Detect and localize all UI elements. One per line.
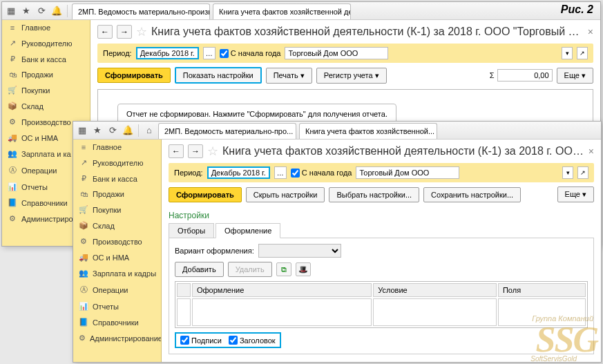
open-button[interactable]: ↗ bbox=[577, 166, 588, 179]
tab-4[interactable]: Книга учета фактов хозяйственной...× bbox=[299, 123, 437, 139]
toolbar: Сформировать Показать настройки Печать ▾… bbox=[97, 67, 593, 84]
sidebar-item[interactable]: 👥Зарплата и кадры bbox=[73, 265, 161, 281]
settings-body: Вариант оформления: Добавить Удалить ⧉ 🎩… bbox=[169, 238, 594, 354]
sidebar-item[interactable]: ⒶОперации bbox=[73, 281, 161, 298]
col-condition: Условие bbox=[373, 283, 497, 297]
org-input[interactable]: Торговый Дом ООО bbox=[356, 166, 459, 179]
forward-button[interactable]: → bbox=[188, 144, 203, 158]
more-button[interactable]: Еще ▾ bbox=[557, 186, 594, 202]
tab-3[interactable]: 2МП. Ведомость материально-про...× bbox=[158, 123, 296, 139]
bell-icon[interactable]: 🔔 bbox=[122, 124, 134, 137]
col-design: Оформление bbox=[192, 283, 372, 297]
tab-design[interactable]: Оформление bbox=[216, 223, 280, 238]
open-button[interactable]: ↗ bbox=[577, 47, 588, 59]
add-button[interactable]: Добавить bbox=[175, 262, 224, 277]
home-icon[interactable]: ⌂ bbox=[143, 124, 155, 137]
apps-icon[interactable]: ▦ bbox=[76, 124, 88, 137]
footer-checks: Подписи Заголовок bbox=[175, 332, 281, 348]
sidebar-item[interactable]: 📘Справочники bbox=[73, 314, 161, 330]
form-button[interactable]: Сформировать bbox=[97, 68, 171, 83]
close-icon[interactable]: × bbox=[588, 146, 594, 157]
wizard-icon[interactable]: 🎩 bbox=[296, 262, 311, 276]
sidebar-item[interactable]: 🛍Продажи bbox=[73, 186, 161, 202]
star-icon[interactable]: ★ bbox=[91, 124, 104, 137]
bell-icon[interactable]: 🔔 bbox=[50, 5, 63, 17]
form-button[interactable]: Сформировать bbox=[169, 187, 242, 202]
sidebar-item[interactable]: 📊Отчеты bbox=[73, 298, 161, 314]
sidebar-item[interactable]: ₽Банк и касса bbox=[2, 51, 90, 67]
hide-settings-button[interactable]: Скрыть настройки bbox=[246, 187, 325, 202]
sidebar-2: ≡Главное ↗Руководителю ₽Банк и касса 🛍Пр… bbox=[73, 140, 162, 362]
sidebar-item[interactable]: ↗Руководителю bbox=[2, 35, 90, 51]
sidebar-item[interactable]: ₽Банк и касса bbox=[73, 171, 161, 186]
back-button[interactable]: ← bbox=[97, 25, 113, 39]
sidebar-item[interactable]: ⚙Администрирование bbox=[73, 330, 161, 346]
settings-tabs: Отборы Оформление bbox=[169, 223, 594, 238]
forward-button[interactable]: → bbox=[117, 25, 132, 39]
sum-input[interactable] bbox=[497, 69, 553, 82]
sidebar-item[interactable]: 📦Склад bbox=[73, 218, 161, 233]
close-icon[interactable]: × bbox=[296, 126, 296, 136]
page-title: Книга учета фактов хозяйственной деятель… bbox=[222, 145, 584, 157]
signatures-checkbox[interactable]: Подписи bbox=[180, 336, 222, 345]
period-input[interactable]: Декабрь 2018 г. bbox=[207, 166, 270, 179]
period-input[interactable]: Декабрь 2018 г. bbox=[136, 47, 199, 59]
sidebar-item[interactable]: 🛒Покупки bbox=[2, 82, 90, 98]
delete-button[interactable]: Удалить bbox=[228, 262, 272, 277]
more-button[interactable]: Еще ▾ bbox=[557, 68, 593, 84]
titlebar-1: ▦ ★ ⟳ 🔔 2МП. Ведомость материально-произ… bbox=[2, 2, 600, 20]
titlebar-2: ▦ ★ ⟳ 🔔 ⌂ 2МП. Ведомость материально-про… bbox=[73, 122, 601, 140]
settings-title: Настройки bbox=[169, 208, 594, 223]
favorite-icon[interactable]: ☆ bbox=[207, 144, 218, 159]
sidebar-item[interactable]: 📦Склад bbox=[2, 98, 90, 114]
dropdown-icon[interactable]: ▾ bbox=[562, 47, 573, 59]
tab-1[interactable]: 2МП. Ведомость материально-произво...× bbox=[72, 3, 210, 19]
col-fields: Поля bbox=[498, 283, 586, 297]
show-settings-button[interactable]: Показать настройки bbox=[175, 67, 262, 84]
save-settings-button[interactable]: Сохранить настройки... bbox=[423, 187, 521, 202]
choose-settings-button[interactable]: Выбрать настройки... bbox=[329, 187, 419, 202]
filter-bar: Период: Декабрь 2018 г. … С начала года … bbox=[169, 163, 594, 182]
sidebar-item[interactable]: 🚚ОС и НМА bbox=[73, 249, 161, 265]
history-icon[interactable]: ⟳ bbox=[35, 5, 48, 17]
header-checkbox[interactable]: Заголовок bbox=[229, 336, 276, 345]
table-row[interactable] bbox=[177, 298, 586, 326]
from-start-checkbox[interactable]: С начала года bbox=[291, 169, 352, 178]
tab-2[interactable]: Книга учета фактов хозяйственной дея...× bbox=[213, 3, 351, 19]
favorite-icon[interactable]: ☆ bbox=[136, 24, 147, 39]
apps-icon[interactable]: ▦ bbox=[5, 5, 17, 17]
page-title: Книга учета фактов хозяйственной деятель… bbox=[151, 26, 584, 38]
sum-icon: Σ bbox=[490, 71, 495, 79]
figure-label: Рис. 2 bbox=[561, 3, 593, 16]
sidebar-item[interactable]: ≡Главное bbox=[2, 20, 90, 35]
sidebar-item[interactable]: ≡Главное bbox=[73, 140, 161, 155]
toolbar: Сформировать Скрыть настройки Выбрать на… bbox=[169, 186, 594, 202]
org-input[interactable]: Торговый Дом ООО bbox=[285, 47, 388, 59]
history-icon[interactable]: ⟳ bbox=[106, 124, 119, 137]
back-button[interactable]: ← bbox=[169, 144, 184, 158]
sidebar-item[interactable]: 🛒Покупки bbox=[73, 202, 161, 218]
variant-select[interactable] bbox=[258, 244, 341, 258]
dropdown-icon[interactable]: ▾ bbox=[562, 166, 573, 179]
register-button[interactable]: Регистр учета ▾ bbox=[316, 68, 387, 84]
close-icon[interactable]: × bbox=[588, 26, 593, 37]
settings-grid: Оформление Условие Поля bbox=[175, 281, 588, 328]
tab-filters[interactable]: Отборы bbox=[169, 223, 214, 238]
sidebar-item[interactable]: ⚙Производство bbox=[73, 233, 161, 249]
sidebar-item[interactable]: 🛍Продажи bbox=[2, 67, 90, 82]
period-picker[interactable]: … bbox=[274, 166, 287, 179]
star-icon[interactable]: ★ bbox=[20, 5, 32, 17]
sidebar-item[interactable]: ↗Руководителю bbox=[73, 155, 161, 171]
filter-bar: Период: Декабрь 2018 г. … С начала года … bbox=[97, 44, 593, 63]
content-2: ← → ☆ Книга учета фактов хозяйственной д… bbox=[162, 140, 601, 362]
period-picker[interactable]: … bbox=[203, 47, 216, 59]
from-start-checkbox[interactable]: С начала года bbox=[220, 49, 281, 58]
print-button[interactable]: Печать ▾ bbox=[266, 68, 312, 84]
window-2: ▦ ★ ⟳ 🔔 ⌂ 2МП. Ведомость материально-про… bbox=[73, 121, 602, 363]
copy-icon[interactable]: ⧉ bbox=[276, 262, 291, 276]
